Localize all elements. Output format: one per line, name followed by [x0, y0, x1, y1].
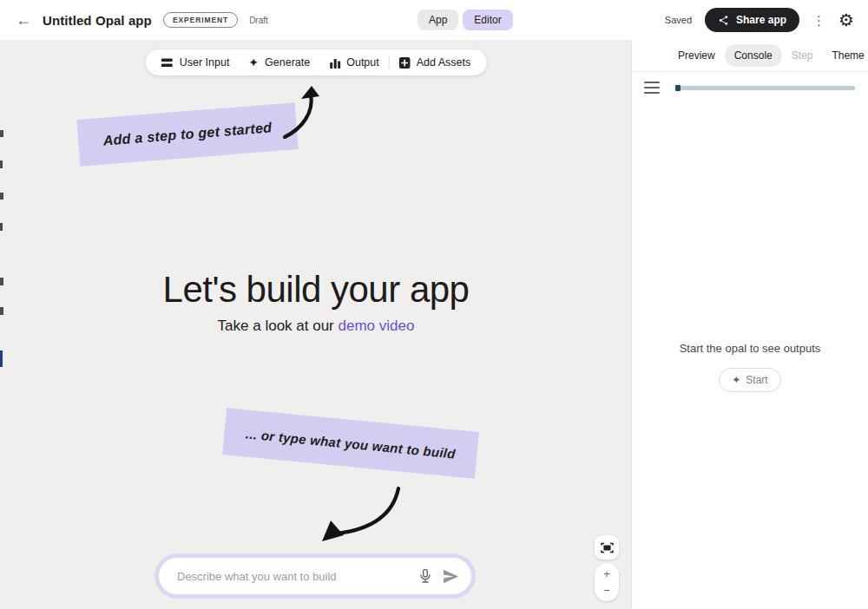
progress-marker — [675, 85, 681, 91]
add-output-button[interactable]: Output — [319, 56, 389, 69]
edge-artifact — [0, 278, 3, 285]
share-app-button[interactable]: Share app — [705, 8, 799, 32]
output-panel: Preview Console Step Theme Start the opa… — [632, 40, 868, 609]
back-arrow-icon[interactable]: ← — [16, 12, 31, 28]
demo-video-link[interactable]: demo video — [339, 318, 415, 334]
user-input-icon — [161, 57, 174, 69]
add-assets-button[interactable]: Add Assets — [390, 56, 481, 69]
step-label: User Input — [180, 56, 230, 69]
fit-to-screen-button[interactable] — [595, 535, 619, 560]
top-bar-right: Saved Share app ⋮ ⚙ — [665, 8, 854, 32]
more-options-icon[interactable]: ⋮ — [812, 14, 825, 27]
zoom-out-button[interactable]: − — [603, 585, 610, 596]
app-title[interactable]: Untitled Opal app — [43, 13, 152, 28]
hint-note-type-to-build: ... or type what you want to build — [222, 408, 479, 479]
hand-drawn-arrow-down — [309, 484, 406, 550]
edge-artifact — [0, 307, 3, 315]
hint-note-text: Add a step to get started — [102, 120, 273, 148]
edge-artifact — [0, 350, 3, 367]
share-icon — [718, 15, 729, 26]
fit-to-screen-icon — [601, 542, 614, 553]
microphone-icon[interactable] — [418, 568, 432, 584]
panel-tabs: Preview Console Step Theme — [632, 40, 868, 72]
edge-artifact — [0, 193, 3, 200]
sparkle-icon: ✦ — [732, 375, 740, 385]
empty-state-text: Start the opal to see outputs — [632, 342, 868, 355]
app-editor-toggle: App Editor — [418, 10, 513, 30]
opal-app-window: ← Untitled Opal app EXPERIMENT Draft App… — [0, 0, 868, 609]
step-label: Output — [346, 56, 379, 69]
square-plus-icon — [399, 57, 411, 69]
subtitle: Take a look at our demo video — [0, 318, 632, 335]
hamburger-menu-icon[interactable] — [644, 82, 660, 94]
zoom-controls: + − — [595, 563, 619, 601]
send-icon[interactable] — [443, 569, 459, 584]
editor-canvas[interactable]: User Input ✦ Generate Output — [0, 40, 632, 609]
describe-app-input[interactable] — [175, 569, 408, 584]
console-header — [644, 82, 855, 94]
tab-preview[interactable]: Preview — [668, 44, 725, 67]
prompt-bar — [155, 553, 476, 599]
top-bar: ← Untitled Opal app EXPERIMENT Draft App… — [0, 0, 868, 40]
step-label: Generate — [265, 56, 310, 69]
saved-status-label: Saved — [665, 15, 692, 25]
settings-gear-icon[interactable]: ⚙ — [838, 11, 854, 29]
add-user-input-button[interactable]: User Input — [152, 56, 240, 69]
progress-bar — [675, 86, 855, 90]
tab-console[interactable]: Console — [725, 44, 782, 67]
page-title: Let's build your app — [0, 269, 632, 311]
sparkle-icon: ✦ — [248, 56, 259, 69]
start-button[interactable]: ✦ Start — [719, 368, 780, 392]
edge-artifact — [0, 160, 3, 168]
start-button-label: Start — [746, 374, 767, 386]
zoom-in-button[interactable]: + — [603, 568, 610, 580]
tab-editor[interactable]: Editor — [463, 10, 512, 30]
tab-step: Step — [782, 44, 823, 67]
hint-note-text: ... or type what you want to build — [245, 426, 456, 461]
tab-app[interactable]: App — [418, 10, 458, 30]
add-generate-button[interactable]: ✦ Generate — [239, 56, 319, 69]
console-empty-state: Start the opal to see outputs ✦ Start — [632, 342, 868, 392]
experiment-badge: EXPERIMENT — [163, 12, 238, 28]
edge-artifact — [0, 223, 3, 231]
tab-theme[interactable]: Theme — [822, 44, 868, 67]
top-bar-left: ← Untitled Opal app EXPERIMENT Draft — [16, 12, 268, 28]
edge-artifact — [0, 130, 3, 137]
hint-note-add-step: Add a step to get started — [76, 102, 298, 167]
bar-chart-icon — [329, 57, 340, 69]
add-step-toolbar: User Input ✦ Generate Output — [146, 49, 487, 75]
draft-status-label: Draft — [249, 16, 268, 25]
prompt-bar-inner — [159, 558, 471, 594]
step-label: Add Assets — [417, 56, 471, 69]
subtitle-text: Take a look at our — [218, 318, 339, 334]
share-app-label: Share app — [736, 14, 786, 26]
